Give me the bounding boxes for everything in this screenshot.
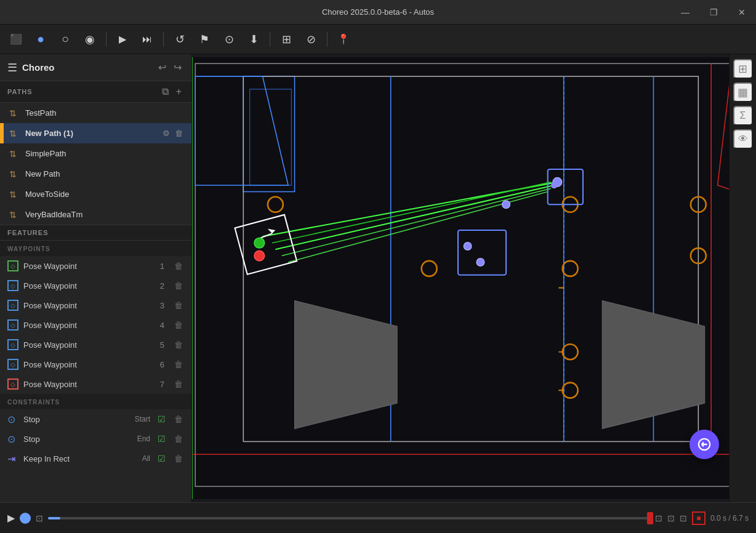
- waypoint-delete-7[interactable]: 🗑: [173, 378, 184, 390]
- constraint-stop-start-delete[interactable]: 🗑: [173, 413, 184, 425]
- svg-line-44: [702, 444, 703, 446]
- waypoint-item-1[interactable]: ◇ Pose Waypoint 1 🗑: [0, 256, 191, 276]
- select-tool-button[interactable]: ⬛: [5, 28, 27, 50]
- timeline-track[interactable]: [48, 517, 650, 519]
- visibility-button[interactable]: 👁: [733, 129, 753, 149]
- path-delete-button[interactable]: 🗑: [174, 148, 184, 159]
- path-item-movetoside[interactable]: ⇅ MoveToSide ⚙ 🗑: [0, 184, 191, 204]
- waypoint-delete-4[interactable]: 🗑: [173, 319, 184, 331]
- canvas-area[interactable]: ⊞ ▦ Σ 👁: [192, 54, 756, 502]
- path-delete-button[interactable]: 🗑: [174, 107, 184, 119]
- minimize-button[interactable]: —: [671, 0, 699, 24]
- waypoint-item-5[interactable]: ◇ Pose Waypoint 5 🗑: [0, 335, 191, 355]
- path-settings-button[interactable]: ⚙: [161, 127, 171, 139]
- grid-button[interactable]: ▦: [733, 82, 753, 102]
- waypoint-item-6[interactable]: ◇ Pose Waypoint 6 🗑: [0, 355, 191, 374]
- path-icon: ⇅: [9, 129, 20, 138]
- svg-point-40: [254, 238, 265, 248]
- maximize-button[interactable]: ❐: [699, 0, 728, 24]
- path-item-newpath[interactable]: ⇅ New Path ⚙ 🗑: [0, 164, 191, 184]
- duplicate-path-button[interactable]: ⧉: [159, 85, 171, 98]
- waypoint-delete-2[interactable]: 🗑: [173, 279, 184, 292]
- waypoint-item-7[interactable]: ◇ Pose Waypoint 7 🗑: [0, 374, 191, 394]
- constraint-stop-end-check[interactable]: ☑: [158, 434, 166, 444]
- path-icon: ⇅: [9, 108, 20, 118]
- path-icon: ⇅: [9, 169, 20, 179]
- path-settings-button[interactable]: ⚙: [161, 168, 171, 180]
- location-button[interactable]: 📍: [332, 28, 355, 50]
- path-settings-button[interactable]: ⚙: [154, 107, 171, 119]
- play-button[interactable]: ▶: [111, 28, 134, 50]
- main-container: ⬛ ● ○ ◉ ▶ ⏭ ↺ ⚑ ⊙ ⬇ ⊞ ⊘ 📍 ☰ Choreo ↩ ↪: [0, 25, 756, 533]
- undo-button[interactable]: ↩: [156, 59, 169, 76]
- waypoint-item-4[interactable]: ◇ Pose Waypoint 4 🗑: [0, 315, 191, 335]
- redo-button[interactable]: ↪: [171, 59, 184, 76]
- path-name: New Path (1): [25, 129, 156, 138]
- waypoint-delete-6[interactable]: 🗑: [173, 358, 184, 371]
- path-delete-button[interactable]: 🗑: [174, 168, 184, 180]
- waypoint-icon-2: ◇: [7, 280, 18, 291]
- path-settings-button[interactable]: ⚙: [161, 209, 171, 220]
- waypoints-subsection-header: WAYPOINTS: [0, 241, 191, 256]
- timeline-right-icons: ⊡ ⊡ ⊡: [655, 513, 687, 523]
- constraint-stop-end-delete[interactable]: 🗑: [173, 433, 184, 445]
- cancel-button[interactable]: ⊘: [300, 28, 322, 50]
- timeline-icon-1[interactable]: ⊡: [36, 513, 43, 523]
- path-delete-button[interactable]: 🗑: [174, 127, 184, 139]
- waypoint-icon-3: ◇: [7, 300, 18, 311]
- export-button[interactable]: ⬇: [243, 28, 265, 50]
- constraint-stop-end-scope: End: [137, 435, 150, 443]
- waypoint-num-2: 2: [160, 281, 164, 291]
- waypoint-icon-6: ◇: [7, 359, 18, 370]
- waypoint-num-6: 6: [160, 360, 164, 369]
- path-name: VeryBadIdeaTm: [25, 210, 156, 219]
- waypoint-item-2[interactable]: ◇ Pose Waypoint 2 🗑: [0, 276, 191, 295]
- timeline-play-button[interactable]: ▶: [7, 512, 15, 524]
- path-delete-button[interactable]: 🗑: [174, 209, 184, 220]
- app-name: Choreo: [22, 62, 55, 73]
- timeline: ▶ ⊡ ⊡ ⊡ ⊡ ■ 0.0 s / 6.7 s: [0, 502, 756, 533]
- path-settings-button[interactable]: ⚙: [161, 148, 171, 159]
- waypoint-delete-3[interactable]: 🗑: [173, 299, 184, 311]
- waypoint-delete-5[interactable]: 🗑: [173, 339, 184, 351]
- constraint-keep-rect-check[interactable]: ☑: [158, 454, 166, 463]
- download-circle-button[interactable]: ⊙: [218, 28, 240, 50]
- constraint-stop-start-check[interactable]: ☑: [158, 414, 166, 424]
- stop-button[interactable]: ◉: [79, 28, 101, 50]
- timeline-icon-2[interactable]: ⊡: [655, 513, 662, 523]
- fab-button[interactable]: [690, 430, 719, 459]
- constraint-keep-rect[interactable]: ⇥ Keep In Rect All ☑ 🗑: [0, 449, 191, 468]
- sigma-button[interactable]: Σ: [733, 106, 753, 126]
- add-path-button[interactable]: +: [174, 85, 184, 98]
- path-item-verybadideatm[interactable]: ⇅ VeryBadIdeaTm ⚙ 🗑: [0, 204, 191, 225]
- path-settings-button[interactable]: ⚙: [161, 188, 171, 200]
- timeline-fill: [48, 517, 60, 519]
- constraint-keep-rect-delete[interactable]: 🗑: [173, 452, 184, 465]
- loop-button[interactable]: ↺: [169, 28, 191, 50]
- timeline-thumb[interactable]: [20, 513, 31, 524]
- waypoint-delete-1[interactable]: 🗑: [173, 260, 184, 272]
- waypoint-item-3[interactable]: ◇ Pose Waypoint 3 🗑: [0, 295, 191, 315]
- path-item-testpath[interactable]: ⇅ TestPath ⚙ 🗑: [0, 103, 191, 123]
- pose-waypoint-button[interactable]: ●: [30, 28, 52, 50]
- waypoint-num-3: 3: [160, 301, 164, 310]
- constraint-stop-end[interactable]: ⊙ Stop End ☑ 🗑: [0, 429, 191, 449]
- waypoint-num-7: 7: [160, 380, 164, 389]
- hamburger-button[interactable]: ☰: [7, 61, 17, 74]
- path-delete-button[interactable]: 🗑: [174, 188, 184, 200]
- waypoint-icon-5: ◇: [7, 339, 18, 350]
- close-button[interactable]: ✕: [728, 0, 756, 24]
- timeline-icon-4[interactable]: ⊡: [680, 513, 687, 523]
- skip-button[interactable]: ⏭: [136, 28, 158, 50]
- split-button[interactable]: ⊞: [275, 28, 297, 50]
- empty-waypoint-button[interactable]: ○: [54, 28, 76, 50]
- constraint-stop-start[interactable]: ⊙ Stop Start ☑ 🗑: [0, 409, 191, 429]
- path-item-newpath1[interactable]: ⇅ New Path (1) ⚙ 🗑: [0, 123, 191, 143]
- layout-button[interactable]: ⊞: [733, 59, 753, 79]
- timeline-icon-3[interactable]: ⊡: [667, 513, 675, 523]
- path-item-simplepath[interactable]: ⇅ SimplePath ⚙ 🗑: [0, 143, 191, 164]
- waypoint-name-3: Pose Waypoint: [23, 301, 155, 310]
- paths-section-title: PATHS: [7, 88, 159, 95]
- flag-button[interactable]: ⚑: [193, 28, 215, 50]
- paths-section-actions: ⧉ +: [159, 85, 184, 98]
